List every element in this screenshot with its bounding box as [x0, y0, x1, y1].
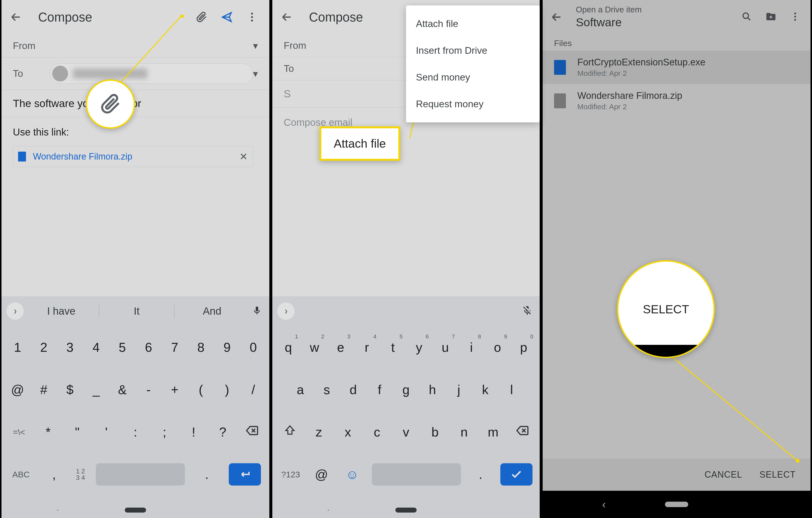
key-done[interactable] [500, 463, 532, 486]
key-at[interactable]: @ [310, 467, 332, 482]
key[interactable]: m [482, 425, 504, 439]
key[interactable]: 3 [59, 340, 81, 355]
key[interactable]: ' [95, 425, 117, 439]
send-icon[interactable] [219, 10, 234, 25]
shift-icon[interactable] [279, 425, 301, 440]
key[interactable]: 7u [434, 340, 456, 355]
key[interactable]: # [33, 382, 55, 397]
key-symbols[interactable]: ?123 [280, 470, 302, 479]
key[interactable]: f [368, 382, 390, 397]
key[interactable]: " [66, 425, 88, 439]
key-comma[interactable]: , [43, 467, 65, 482]
back-icon[interactable] [8, 10, 23, 25]
key[interactable]: ( [190, 382, 212, 397]
file-row[interactable]: Wondershare Filmora.zip Modified: Apr 2 [543, 84, 811, 117]
key[interactable]: h [422, 382, 444, 397]
key[interactable]: 1 [6, 340, 29, 355]
key[interactable]: j [447, 382, 470, 397]
emoji-icon[interactable]: ☺ [341, 467, 364, 482]
more-icon[interactable] [790, 11, 804, 23]
key[interactable]: b [424, 425, 446, 439]
key[interactable]: ! [182, 425, 205, 439]
more-icon[interactable] [244, 10, 259, 25]
key[interactable]: s [316, 382, 338, 397]
key-enter[interactable] [229, 463, 261, 486]
select-button[interactable]: SELECT [759, 469, 796, 480]
key[interactable]: ? [212, 425, 234, 439]
key-numpad[interactable]: 1 23 4 [76, 468, 85, 481]
back-icon[interactable] [279, 10, 294, 25]
key[interactable]: 8 [190, 340, 212, 355]
key[interactable]: 4 [85, 340, 107, 355]
key[interactable]: g [395, 382, 417, 397]
key[interactable]: 5 [111, 340, 134, 355]
suggestion[interactable]: It [99, 305, 174, 317]
key[interactable]: 6 [137, 340, 160, 355]
suggestion[interactable]: I have [24, 305, 99, 317]
key[interactable]: & [111, 382, 134, 397]
key[interactable]: 6y [408, 340, 430, 355]
key[interactable]: * [37, 425, 59, 439]
key[interactable]: 3e [329, 340, 352, 355]
key[interactable]: k [474, 382, 496, 397]
key[interactable]: @ [6, 382, 29, 397]
key-abc[interactable]: ABC [10, 470, 32, 479]
key[interactable]: l [500, 382, 523, 397]
key[interactable]: v [395, 425, 417, 439]
key-period[interactable]: . [469, 467, 492, 482]
keyboard-collapse-icon[interactable]: ⌄ [56, 507, 59, 512]
key[interactable]: d [342, 382, 365, 397]
key-space[interactable] [372, 463, 461, 486]
key[interactable]: : [124, 425, 147, 439]
backspace-icon[interactable] [241, 424, 263, 440]
key[interactable]: c [366, 425, 388, 439]
key[interactable]: _ [85, 382, 107, 397]
mic-off-icon[interactable] [520, 305, 535, 317]
key[interactable]: 9o [487, 340, 509, 355]
key[interactable]: x [337, 425, 359, 439]
body-field[interactable]: Use this link: [1, 117, 269, 143]
attach-icon[interactable] [194, 10, 209, 25]
key-space[interactable] [96, 463, 185, 486]
key[interactable]: 2w [303, 340, 325, 355]
key[interactable]: / [242, 382, 264, 397]
key[interactable]: ; [153, 425, 176, 439]
key[interactable]: 1q [277, 340, 299, 355]
file-row[interactable]: FortCryptoExtensionSetup.exe Modified: A… [543, 51, 811, 84]
key[interactable]: $ [59, 382, 81, 397]
remove-attachment-icon[interactable]: ✕ [239, 151, 248, 162]
keyboard-collapse-icon[interactable]: ⌄ [327, 507, 330, 512]
key[interactable]: 0 [242, 340, 264, 355]
cancel-button[interactable]: CANCEL [704, 469, 742, 480]
key[interactable]: + [164, 382, 186, 397]
key[interactable]: 9 [216, 340, 238, 355]
backspace-icon[interactable] [511, 424, 533, 440]
key[interactable]: z [308, 425, 330, 439]
menu-insert-drive[interactable]: Insert from Drive [406, 37, 540, 64]
key[interactable]: - [137, 382, 160, 397]
key[interactable]: 8i [460, 340, 483, 355]
search-icon[interactable] [741, 11, 755, 23]
mic-icon[interactable] [250, 306, 264, 317]
menu-attach-file[interactable]: Attach file [406, 10, 540, 37]
key[interactable]: ) [216, 382, 238, 397]
key[interactable]: a [289, 382, 312, 397]
key-period[interactable]: . [196, 467, 218, 482]
menu-request-money[interactable]: Request money [406, 91, 540, 117]
attachment-chip[interactable]: Wondershare Filmora.zip ✕ [13, 146, 253, 167]
key[interactable]: 2 [33, 340, 55, 355]
key[interactable]: 5t [382, 340, 404, 355]
new-folder-icon[interactable] [765, 11, 779, 23]
key-symbols[interactable]: =\< [8, 427, 30, 437]
nav-pill[interactable] [125, 508, 146, 513]
nav-pill[interactable] [665, 502, 688, 507]
menu-send-money[interactable]: Send money [406, 64, 540, 91]
back-icon[interactable] [550, 10, 563, 25]
suggestion[interactable]: And [175, 305, 250, 317]
key[interactable]: 4r [356, 340, 378, 355]
key[interactable]: 7 [164, 340, 186, 355]
expand-suggestions-icon[interactable]: ❯ [277, 302, 295, 320]
key[interactable]: n [453, 425, 475, 439]
nav-back-icon[interactable]: ‹ [602, 498, 606, 511]
key[interactable]: 0p [513, 340, 535, 355]
